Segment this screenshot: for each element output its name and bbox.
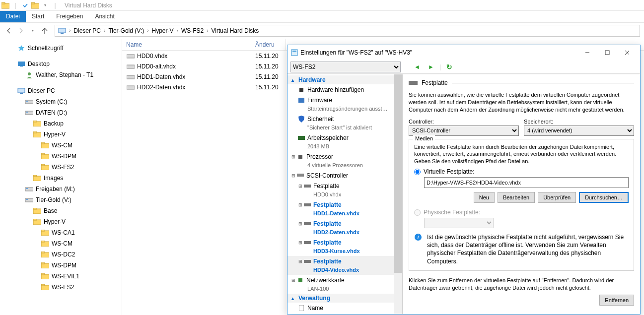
maximize-button[interactable] — [597, 46, 617, 60]
tree-item[interactable]: WS-CA1 — [2, 227, 122, 238]
next-button-icon[interactable]: ► — [426, 62, 436, 72]
ribbon-tab-file[interactable]: Datei — [0, 11, 26, 22]
file-name: HDD0.vhdx — [137, 53, 167, 60]
disk-icon — [303, 239, 311, 246]
tree-item[interactable]: Backup — [2, 118, 122, 129]
settings-disk-2[interactable]: Festplatte — [313, 220, 342, 227]
chevron-right-icon[interactable]: › — [176, 28, 179, 33]
ribbon-tab-share[interactable]: Freigeben — [50, 11, 89, 22]
settings-dialog: Einstellungen für "WS-FS2" auf "WS-HV3" … — [287, 45, 641, 315]
tree-item[interactable]: WS-DPM — [2, 260, 122, 271]
collapse-icon[interactable]: ▴ — [291, 77, 298, 83]
tree-item[interactable]: WS-CM — [2, 238, 122, 249]
expand-icon[interactable]: ⊞ — [290, 278, 296, 283]
refresh-icon[interactable]: ↻ — [444, 62, 455, 72]
settings-scsi[interactable]: SCSI-Controller — [306, 172, 348, 179]
expand-icon[interactable]: ⊞ — [297, 202, 303, 207]
settings-tree-scrollbar[interactable] — [394, 74, 402, 314]
tree-item[interactable]: WS-FS2 — [2, 282, 122, 293]
minimize-button[interactable] — [577, 46, 597, 60]
expand-icon[interactable]: ⊞ — [297, 240, 303, 245]
chevron-right-icon[interactable]: › — [146, 28, 149, 33]
tree-item[interactable]: Dieser PC — [2, 85, 122, 96]
tree-item[interactable]: WS-DC2 — [2, 249, 122, 260]
settings-memory[interactable]: Arbeitsspeicher — [307, 134, 349, 141]
location-select[interactable]: 4 (wird verwendet) — [524, 126, 634, 136]
settings-disk-0[interactable]: Festplatte — [313, 183, 340, 189]
settings-name[interactable]: Name — [307, 305, 323, 312]
name-subtext: WS-FS2 — [307, 314, 328, 315]
expand-icon[interactable]: ⊞ — [290, 154, 296, 159]
tree-item[interactable]: WS-EVIL1 — [2, 271, 122, 282]
tree-item[interactable]: DATEN (D:) — [2, 107, 122, 118]
edit-button[interactable]: Bearbeiten — [498, 192, 535, 203]
expand-icon[interactable]: ⊞ — [297, 259, 303, 264]
new-button[interactable]: Neu — [474, 192, 495, 203]
chevron-right-icon[interactable]: › — [68, 28, 72, 33]
settings-nic[interactable]: Netzwerkkarte — [306, 277, 345, 284]
folder-icon — [41, 152, 50, 160]
controller-select[interactable]: SCSI-Controller — [409, 126, 519, 136]
remove-button[interactable]: Entfernen — [599, 295, 634, 306]
settings-add-hardware[interactable]: Hardware hinzufügen — [307, 86, 364, 93]
tree-item[interactable]: Freigaben (M:) — [2, 184, 122, 194]
section-management[interactable]: ▴Verwaltung — [287, 294, 402, 303]
tree-item[interactable]: Images — [2, 173, 122, 184]
section-hardware[interactable]: ▴Hardware — [287, 75, 402, 84]
ribbon-tab-start[interactable]: Start — [26, 11, 50, 22]
breadcrumb-seg-1[interactable]: Tier-Gold (V:) — [106, 25, 146, 36]
ribbon-tab-view[interactable]: Ansicht — [89, 11, 120, 22]
expand-icon[interactable]: ⊞ — [297, 221, 303, 226]
settings-tree[interactable]: ▴Hardware Hardware hinzufügen Firmware S… — [287, 74, 403, 314]
breadcrumb-pc-icon[interactable] — [56, 25, 68, 36]
breadcrumb-seg-0[interactable]: Dieser PC — [72, 25, 103, 36]
breadcrumb-seg-4[interactable]: Virtual Hard Disks — [210, 25, 261, 36]
prev-button-icon[interactable]: ◄ — [412, 62, 423, 72]
breadcrumb-seg-2[interactable]: Hyper-V — [150, 25, 176, 36]
settings-disk-4[interactable]: Festplatte — [313, 258, 342, 265]
scrollbar-thumb[interactable] — [394, 74, 402, 273]
nav-tree[interactable]: SchnellzugriffDesktopWalther, Stephan - … — [0, 39, 122, 315]
breadcrumb[interactable]: › Dieser PC › Tier-Gold (V:) › Hyper-V ›… — [55, 25, 640, 37]
chevron-right-icon[interactable]: › — [103, 28, 106, 33]
vm-selector[interactable]: WS-FS2 — [290, 62, 401, 72]
collapse-icon[interactable]: ▴ — [291, 296, 298, 301]
tree-item[interactable]: Schnellzugriff — [2, 43, 122, 54]
tree-item[interactable]: Hyper-V — [2, 216, 122, 227]
radio-virtual-disk[interactable] — [414, 169, 421, 175]
check-button[interactable]: Überprüfen — [538, 192, 576, 203]
settings-disk-1[interactable]: Festplatte — [313, 201, 342, 208]
qat-properties-icon[interactable] — [21, 1, 30, 10]
tree-item[interactable]: Base — [2, 205, 122, 216]
qat-newfolder-icon[interactable] — [31, 1, 40, 10]
collapse-box-icon[interactable]: ⊟ — [290, 173, 296, 178]
breadcrumb-seg-3[interactable]: WS-FS2 — [179, 25, 206, 36]
tree-item[interactable]: Tier-Gold (V:) — [2, 194, 122, 205]
tree-item[interactable]: WS-CM — [2, 140, 122, 151]
settings-cpu[interactable]: Prozessor — [306, 153, 333, 160]
dialog-titlebar[interactable]: Einstellungen für "WS-FS2" auf "WS-HV3" — [287, 45, 640, 60]
tree-item[interactable]: WS-FS2 — [2, 162, 122, 173]
nav-back-icon[interactable] — [4, 26, 14, 36]
tree-item[interactable]: Hyper-V — [2, 129, 122, 140]
expand-icon[interactable]: ⊞ — [297, 184, 303, 189]
tree-item[interactable]: Walther, Stephan - T1 — [2, 69, 122, 80]
close-button[interactable] — [617, 46, 637, 60]
browse-button[interactable]: Durchsuchen… — [579, 192, 629, 203]
svg-point-9 — [28, 72, 31, 75]
svg-rect-53 — [292, 51, 296, 52]
col-header-date[interactable]: Änderu — [251, 39, 286, 50]
chevron-right-icon[interactable]: › — [206, 28, 209, 33]
vhd-path-input[interactable] — [424, 177, 629, 188]
settings-disk-3[interactable]: Festplatte — [313, 239, 342, 246]
col-header-name[interactable]: Name — [122, 39, 251, 50]
nav-up-icon[interactable] — [40, 26, 50, 36]
tree-item[interactable]: System (C:) — [2, 96, 122, 107]
tree-item[interactable]: WS-DPM — [2, 151, 122, 162]
nav-history-dropdown-icon[interactable]: ▾ — [28, 26, 38, 36]
tree-item[interactable]: Desktop — [2, 59, 122, 69]
qat-dropdown-icon[interactable]: ▾ — [41, 1, 50, 10]
settings-firmware[interactable]: Firmware — [307, 97, 332, 104]
nav-forward-icon[interactable] — [16, 26, 26, 36]
settings-security[interactable]: Sicherheit — [307, 116, 334, 123]
